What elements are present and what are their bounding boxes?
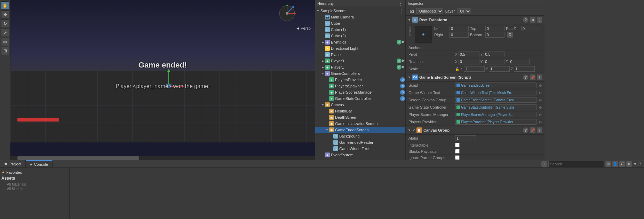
bottom-search-input[interactable] — [548, 161, 604, 167]
hier-gear-player1[interactable]: ⚙ — [397, 65, 401, 70]
hier-gear-game-state-ctrl[interactable]: ⚙ — [400, 96, 405, 101]
bottom-brush-btn[interactable]: 🖌 — [619, 161, 625, 167]
hierarchy-item-main-camera[interactable]: 📷 Main Camera — [315, 14, 405, 20]
rect-transform-collapse[interactable]: ▼ — [408, 18, 411, 22]
script-field-value[interactable]: GameEndedScreen — [455, 83, 536, 88]
game-ended-script-help[interactable]: ? — [523, 75, 528, 80]
players-provider-field-value[interactable]: PlayersProvider (Players Provider — [455, 119, 536, 125]
game-ended-script-more[interactable]: ⋮ — [537, 75, 542, 80]
rect-tool-button[interactable]: ▭ — [1, 38, 9, 46]
bottom-input[interactable] — [485, 32, 504, 38]
right-input[interactable] — [450, 32, 469, 38]
winner-text-target-icon[interactable]: ⊙ — [539, 91, 542, 95]
hand-tool-button[interactable]: ✋ — [1, 1, 9, 10]
rot-y-input[interactable] — [484, 59, 504, 64]
pivot-y-input[interactable] — [484, 52, 504, 57]
tag-dropdown[interactable]: Untagged — [416, 8, 443, 14]
canvas-group-collapse[interactable]: ▼ — [408, 128, 411, 132]
hier-expand-player1[interactable]: ▶ — [402, 65, 405, 70]
canvas-group-target-icon[interactable]: ⊙ — [539, 98, 542, 102]
hierarchy-item-game-init-screen[interactable]: ▣ GameInitializationScreen — [315, 120, 405, 127]
interactable-checkbox[interactable] — [455, 143, 460, 147]
hier-gear-players-provider[interactable]: ⚙ — [400, 77, 405, 82]
hier-gear-players-spawner[interactable]: ⚙ — [400, 84, 405, 88]
blocks-raycasts-checkbox[interactable] — [455, 149, 460, 154]
hierarchy-item-player-scores[interactable]: ◈ PlayerScoresManager ⚙ — [315, 89, 405, 95]
state-ctrl-target-icon[interactable]: ⊙ — [539, 105, 542, 109]
fav-item-all-models[interactable]: All Models — [1, 187, 68, 191]
hierarchy-item-player0[interactable]: ▶ ◈ Player0 ⚙ ▶ — [315, 58, 405, 64]
hierarchy-item-game-state-controller[interactable]: ◈ GameStateController ⚙ — [315, 95, 405, 102]
player-scores-target-icon[interactable]: ⊙ — [539, 113, 542, 117]
rot-x-input[interactable] — [459, 59, 479, 64]
inspector-menu-icon[interactable]: ⋮ — [538, 1, 542, 6]
bottom-star-btn[interactable]: ★ — [626, 161, 632, 167]
hierarchy-item-death-screen[interactable]: ▣ DeathScreen — [315, 114, 405, 120]
canvas-group-value[interactable]: GameEndedScreen (Canvas Grou — [455, 97, 536, 103]
scale-x-input[interactable] — [464, 66, 485, 72]
hierarchy-item-game-ended-screen[interactable]: ▼ ▣ GameEndedScreen — [315, 127, 405, 133]
rect-transform-settings[interactable]: ⚙ — [530, 17, 535, 23]
hier-expand-elympics[interactable]: ▶ — [402, 40, 405, 45]
hierarchy-item-cube1[interactable]: □ Cube (1) — [315, 26, 405, 33]
rotate-tool-button[interactable]: ↻ — [1, 19, 9, 28]
hierarchy-item-players-spawner[interactable]: ◈ PlayersSpawner ⚙ — [315, 83, 405, 89]
game-ended-script-collapse[interactable]: ▼ — [408, 76, 411, 79]
hierarchy-item-canvas[interactable]: ▼ ▣ Canvas — [315, 102, 405, 108]
right-btn[interactable]: R — [507, 32, 513, 38]
hierarchy-item-players-provider[interactable]: ◈ PlayersProvider ⚙ — [315, 77, 405, 83]
hierarchy-item-event-system[interactable]: ◈ EventSystem — [315, 152, 405, 158]
winner-text-value[interactable]: GameWinnerText (Text Mesh Pro — [455, 90, 536, 95]
players-provider-target-icon[interactable]: ⊙ — [539, 120, 542, 124]
hierarchy-item-game-winner-text[interactable]: □ GameWinnerText — [315, 146, 405, 152]
hierarchy-item-elympics[interactable]: ▶ ◈ Elympics ⚙ ▶ — [315, 39, 405, 45]
scale-y-input[interactable] — [489, 66, 510, 72]
scale-z-input[interactable] — [514, 66, 535, 72]
hierarchy-item-plane[interactable]: ▭ Plane — [315, 52, 405, 58]
ignore-parent-checkbox[interactable] — [455, 155, 460, 160]
hierarchy-item-background[interactable]: □ Background — [315, 133, 405, 139]
canvas-group-help[interactable]: ? — [523, 127, 528, 133]
scene-gizmo[interactable] — [277, 3, 297, 24]
hier-expand-player0[interactable]: ▶ — [402, 58, 405, 63]
rect-transform-help[interactable]: ? — [523, 17, 528, 23]
alpha-input[interactable] — [455, 135, 476, 141]
transform-tool-button[interactable]: ⊞ — [1, 47, 9, 55]
scene-scrollbar-h[interactable] — [10, 156, 315, 160]
top-input[interactable] — [485, 26, 504, 31]
state-ctrl-value[interactable]: GameStateController (Game State — [455, 104, 536, 110]
anchor-visual[interactable] — [415, 26, 432, 43]
hierarchy-item-cube2[interactable]: □ Cube (2) — [315, 33, 405, 39]
hier-gear-elympics[interactable]: ⚙ — [397, 40, 401, 45]
hierarchy-item-player1[interactable]: ▶ ◈ Player1 ⚙ ▶ — [315, 64, 405, 70]
hierarchy-item-healthbar[interactable]: ▣ HealthBar — [315, 108, 405, 114]
scale-tool-button[interactable]: ⤢ — [1, 29, 9, 37]
move-tool-button[interactable]: ✥ — [1, 10, 9, 19]
project-tab[interactable]: ★ Project — [0, 160, 26, 167]
pivot-x-input[interactable] — [459, 52, 479, 57]
bottom-grid-btn[interactable]: ⊞ — [605, 161, 611, 167]
script-target-icon[interactable]: ⊙ — [539, 84, 542, 87]
canvas-group-pin[interactable]: 📌 — [530, 127, 535, 133]
player-scores-manager-value[interactable]: PlayerScoresManager (Player Sc — [455, 112, 536, 117]
hier-gear-player-scores[interactable]: ⚙ — [400, 90, 405, 95]
hierarchy-item-game-ended-header[interactable]: □ GameEndedHeader — [315, 139, 405, 146]
game-ended-script-pin[interactable]: 📌 — [530, 75, 535, 80]
hierarchy-menu-icon[interactable]: ⋮ — [398, 1, 403, 6]
bottom-plus-btn[interactable]: + — [541, 161, 547, 167]
scene-name-row[interactable]: ▼ SampleScene* ⋮ — [315, 8, 405, 14]
left-input[interactable] — [450, 26, 469, 31]
canvas-group-more[interactable]: ⋮ — [537, 127, 542, 133]
layer-dropdown[interactable]: UI — [457, 8, 471, 14]
posz-input[interactable] — [521, 26, 540, 31]
console-tab[interactable]: ≡ Console — [26, 160, 53, 167]
hierarchy-item-dir-light[interactable]: ☀ Directional Light — [315, 45, 405, 52]
fav-item-all-materials[interactable]: All Materials — [1, 182, 68, 187]
rot-z-input[interactable] — [509, 59, 530, 64]
bottom-person-btn[interactable]: 👤 — [612, 161, 618, 167]
hierarchy-item-game-controllers[interactable]: ▼ ◈ GameControllers — [315, 70, 405, 77]
hier-gear-player0[interactable]: ⚙ — [397, 58, 401, 63]
hierarchy-item-cube[interactable]: □ Cube — [315, 20, 405, 26]
rect-transform-more[interactable]: ⋮ — [537, 17, 542, 23]
scene-context-icon[interactable]: ⋮ — [399, 8, 404, 14]
